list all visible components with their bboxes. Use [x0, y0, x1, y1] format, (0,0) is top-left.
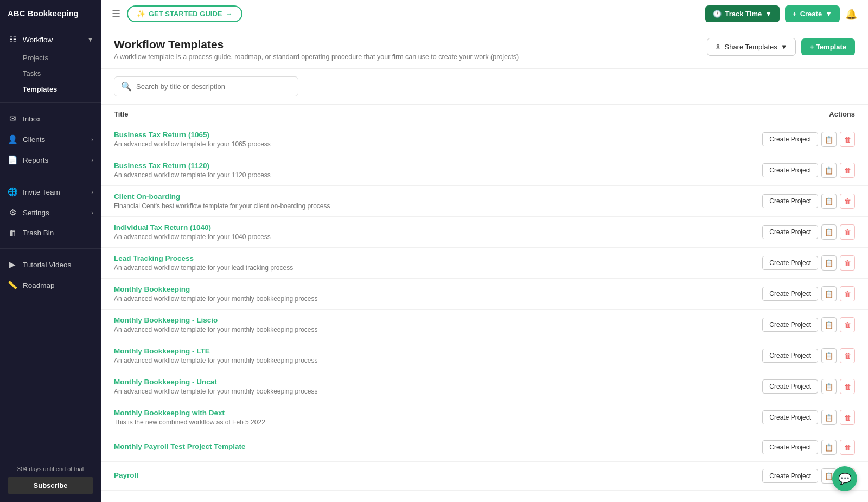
sidebar-item-roadmap-label: Roadmap: [23, 281, 55, 289]
actions-cell: Create Project 📋 🗑: [629, 224, 855, 240]
plus-icon: +: [793, 10, 797, 18]
share-icon: ⇬: [715, 43, 721, 51]
template-title[interactable]: Monthly Bookkeeping: [114, 285, 603, 293]
chevron-right-icon: ›: [91, 209, 93, 216]
template-description: This is the new combined workflow as of …: [114, 419, 603, 426]
copy-button[interactable]: 📋: [821, 317, 837, 332]
sidebar-sub-templates[interactable]: Templates: [0, 81, 101, 97]
sidebar-item-reports[interactable]: 📄 Reports ›: [0, 150, 101, 170]
bell-icon[interactable]: 🔔: [845, 8, 857, 20]
template-description: An advanced workflow template for your 1…: [114, 233, 603, 241]
delete-button[interactable]: 🗑: [840, 440, 855, 455]
create-project-button[interactable]: Create Project: [762, 318, 818, 332]
sidebar-item-settings[interactable]: ⚙ Settings ›: [0, 202, 101, 223]
create-project-button[interactable]: Create Project: [762, 410, 818, 424]
create-project-button[interactable]: Create Project: [762, 349, 818, 363]
copy-button[interactable]: 📋: [821, 194, 837, 209]
subscribe-button[interactable]: Subscribe: [8, 477, 93, 494]
trash-icon: 🗑: [8, 228, 17, 237]
hamburger-icon[interactable]: ☰: [112, 8, 120, 20]
copy-button[interactable]: 📋: [821, 440, 837, 455]
trash-icon: 🗑: [844, 166, 851, 175]
copy-button[interactable]: 📋: [821, 410, 837, 425]
create-project-button[interactable]: Create Project: [762, 194, 818, 208]
template-title[interactable]: Business Tax Return (1065): [114, 131, 603, 139]
copy-button[interactable]: 📋: [821, 132, 837, 147]
track-time-button[interactable]: 🕐 Track Time ▼: [705, 5, 780, 22]
copy-button[interactable]: 📋: [821, 348, 837, 363]
delete-button[interactable]: 🗑: [840, 410, 855, 425]
delete-button[interactable]: 🗑: [840, 348, 855, 363]
templates-table: Title Actions Business Tax Return (1065)…: [101, 105, 868, 491]
table-row: Lead Tracking Process An advanced workfl…: [101, 248, 868, 279]
sidebar-item-inbox[interactable]: ✉ Inbox: [0, 108, 101, 129]
template-description: An advanced workflow template for your 1…: [114, 171, 603, 179]
template-title[interactable]: Monthly Bookkeeping with Dext: [114, 409, 603, 417]
copy-icon: 📋: [825, 136, 833, 144]
copy-icon: 📋: [825, 259, 833, 267]
trash-icon: 🗑: [844, 414, 851, 422]
create-project-button[interactable]: Create Project: [762, 440, 818, 454]
delete-button[interactable]: 🗑: [840, 379, 855, 394]
delete-button[interactable]: 🗑: [840, 255, 855, 271]
create-project-button[interactable]: Create Project: [762, 163, 818, 177]
template-title[interactable]: Individual Tax Return (1040): [114, 223, 603, 231]
copy-button[interactable]: 📋: [821, 224, 837, 240]
table-row: Client On-boarding Financial Cent's best…: [101, 186, 868, 217]
create-button[interactable]: + Create ▼: [785, 5, 840, 22]
add-template-button[interactable]: + Template: [801, 38, 855, 55]
template-title[interactable]: Monthly Bookkeeping - Liscio: [114, 316, 603, 324]
create-project-button[interactable]: Create Project: [762, 225, 818, 239]
video-icon: ▶: [8, 260, 17, 269]
delete-button[interactable]: 🗑: [840, 194, 855, 209]
delete-button[interactable]: 🗑: [840, 163, 855, 178]
template-title[interactable]: Monthly Payroll Test Project Template: [114, 442, 603, 450]
sidebar-item-tutorial-videos[interactable]: ▶ Tutorial Videos: [0, 254, 101, 275]
create-project-button[interactable]: Create Project: [762, 287, 818, 301]
template-description: An advanced workflow template for your l…: [114, 264, 603, 272]
template-title[interactable]: Business Tax Return (1120): [114, 162, 603, 170]
inbox-icon: ✉: [8, 114, 17, 124]
delete-button[interactable]: 🗑: [840, 132, 855, 147]
search-input[interactable]: [136, 82, 291, 91]
template-description: An advanced workflow template for your 1…: [114, 140, 603, 148]
chat-bubble[interactable]: 💬: [832, 466, 857, 491]
template-description: An advanced workflow template for your m…: [114, 388, 603, 395]
template-title[interactable]: Monthly Bookkeeping - LTE: [114, 347, 603, 355]
copy-button[interactable]: 📋: [821, 255, 837, 271]
sidebar-item-roadmap[interactable]: 📏 Roadmap: [0, 275, 101, 295]
sidebar-item-workflow[interactable]: ☷ Workflow ▼: [0, 29, 101, 50]
sidebar-sub-projects[interactable]: Projects: [0, 50, 101, 66]
sidebar-item-trash-bin[interactable]: 🗑 Trash Bin: [0, 223, 101, 243]
get-started-button[interactable]: ✨ GET STARTED GUIDE →: [127, 5, 242, 22]
template-title[interactable]: Payroll: [114, 471, 603, 479]
copy-button[interactable]: 📋: [821, 286, 837, 301]
create-project-button[interactable]: Create Project: [762, 132, 818, 146]
template-title[interactable]: Client On-boarding: [114, 192, 603, 201]
actions-cell: Create Project 📋 🗑: [629, 317, 855, 332]
delete-button[interactable]: 🗑: [840, 224, 855, 240]
sidebar-item-invite-team[interactable]: 🌐 Invite Team ›: [0, 182, 101, 202]
share-templates-button[interactable]: ⇬ Share Templates ▼: [707, 38, 795, 56]
delete-button[interactable]: 🗑: [840, 317, 855, 332]
template-title[interactable]: Monthly Bookkeeping - Uncat: [114, 378, 603, 386]
trash-icon: 🗑: [844, 352, 851, 360]
trash-icon: 🗑: [844, 443, 851, 452]
create-project-button[interactable]: Create Project: [762, 256, 818, 270]
copy-button[interactable]: 📋: [821, 163, 837, 178]
actions-cell: Create Project 📋 🗑: [629, 132, 855, 147]
sidebar-item-clients[interactable]: 👤 Clients ›: [0, 129, 101, 150]
trial-text: 304 days until end of trial: [8, 466, 93, 472]
trash-icon: 🗑: [844, 259, 851, 267]
template-title[interactable]: Lead Tracking Process: [114, 254, 603, 262]
create-project-button[interactable]: Create Project: [762, 379, 818, 394]
template-description: Financial Cent's best workflow template …: [114, 202, 603, 210]
delete-button[interactable]: 🗑: [840, 286, 855, 301]
table-row: Business Tax Return (1120) An advanced w…: [101, 155, 868, 186]
search-bar: 🔍: [101, 69, 868, 105]
copy-button[interactable]: 📋: [821, 379, 837, 394]
sidebar-sub-tasks[interactable]: Tasks: [0, 66, 101, 81]
table-row: Monthly Payroll Test Project Template Cr…: [101, 433, 868, 462]
actions-cell: Create Project 📋 🗑: [629, 410, 855, 425]
create-project-button[interactable]: Create Project: [762, 469, 818, 483]
